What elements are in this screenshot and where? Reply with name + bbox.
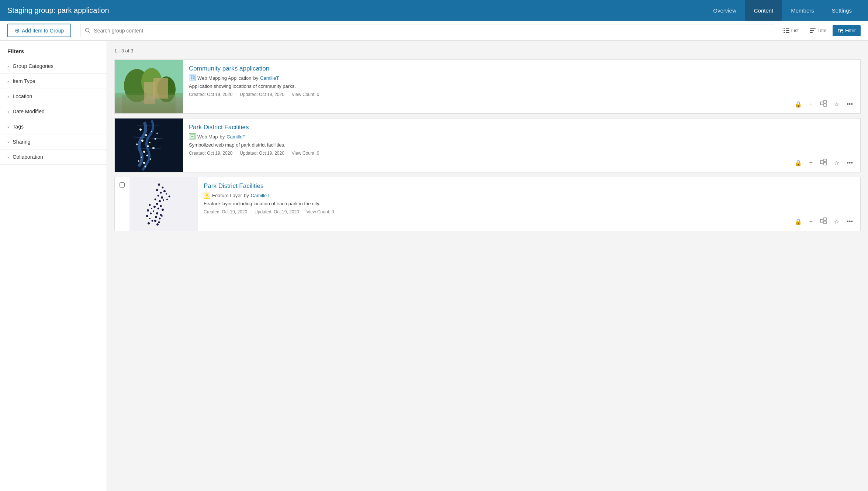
svg-point-89	[166, 193, 167, 195]
add-button-1[interactable]: +	[807, 99, 815, 109]
add-item-button[interactable]: ⊕ Add Item to Group	[7, 24, 71, 37]
svg-rect-5	[786, 30, 789, 31]
chevron-icon: ›	[7, 63, 9, 69]
item-title-1[interactable]: Community parks application	[189, 65, 854, 72]
main-layout: Filters › Group Categories › Item Type ›…	[0, 41, 868, 491]
nav-members[interactable]: Members	[782, 0, 823, 21]
filters-title: Filters	[0, 48, 107, 59]
svg-point-85	[146, 215, 148, 217]
svg-point-90	[169, 196, 170, 198]
filter-collaboration[interactable]: › Collaboration	[0, 150, 107, 165]
svg-point-36	[145, 134, 147, 136]
svg-rect-2	[784, 28, 785, 29]
svg-rect-33	[824, 104, 826, 106]
thumbnail-3	[129, 177, 198, 231]
lock-button-2[interactable]: 🔒	[792, 158, 804, 168]
filter-button[interactable]: Filter	[833, 25, 861, 36]
svg-point-80	[156, 223, 159, 226]
svg-point-79	[158, 222, 160, 223]
svg-point-93	[206, 194, 208, 196]
svg-point-35	[139, 128, 142, 131]
title-view-button[interactable]: Title	[805, 25, 831, 36]
svg-point-63	[161, 196, 163, 199]
filter-sharing[interactable]: › Sharing	[0, 134, 107, 150]
star-button-1[interactable]: ☆	[832, 99, 841, 109]
svg-point-60	[160, 192, 162, 194]
item-subtitle-3: Feature Layer by CamilleT	[204, 192, 854, 199]
share-button-2[interactable]	[818, 157, 829, 168]
title-icon	[810, 28, 816, 34]
filter-item-type[interactable]: › Item Type	[0, 74, 107, 89]
more-button-2[interactable]: •••	[844, 158, 855, 168]
svg-rect-14	[840, 30, 843, 31]
svg-rect-31	[820, 102, 823, 105]
star-button-3[interactable]: ☆	[832, 217, 841, 227]
svg-rect-8	[810, 28, 816, 29]
share-button-1[interactable]	[818, 99, 829, 110]
filter-tags[interactable]: › Tags	[0, 119, 107, 134]
checkbox-3[interactable]	[115, 177, 129, 231]
svg-rect-27	[191, 76, 192, 78]
item-info-3: Park District Facilities Feature Layer b…	[198, 177, 860, 231]
svg-point-84	[150, 213, 152, 214]
list-view-button[interactable]: List	[779, 25, 803, 36]
svg-point-44	[146, 155, 148, 157]
search-bar	[80, 24, 774, 37]
more-button-3[interactable]: •••	[844, 217, 855, 226]
svg-rect-12	[838, 29, 843, 30]
svg-rect-6	[784, 32, 785, 33]
svg-point-51	[145, 166, 146, 168]
lock-button-1[interactable]: 🔒	[792, 99, 804, 109]
svg-point-87	[152, 220, 153, 222]
item-actions-1: 🔒 + ☆ •••	[792, 99, 855, 110]
scatter-thumbnail	[129, 177, 198, 231]
thumbnail-2	[115, 119, 183, 172]
svg-point-45	[138, 160, 139, 162]
star-button-2[interactable]: ☆	[832, 158, 841, 168]
chevron-icon: ›	[7, 124, 9, 130]
svg-point-50	[150, 158, 151, 160]
svg-point-62	[158, 195, 159, 197]
search-input[interactable]	[94, 28, 769, 34]
svg-point-65	[159, 200, 161, 202]
svg-point-40	[151, 131, 152, 132]
map-thumbnail	[115, 119, 183, 172]
author-link-1[interactable]: CamilleT	[260, 75, 279, 81]
item-info-1: Community parks application Web Mapping …	[183, 60, 860, 113]
add-button-2[interactable]: +	[807, 158, 815, 168]
filter-location[interactable]: › Location	[0, 89, 107, 104]
svg-rect-26	[190, 76, 194, 80]
svg-rect-32	[824, 100, 826, 103]
lock-button-3[interactable]: 🔒	[792, 217, 804, 227]
item-subtitle-2: Web Map by CamilleT	[189, 133, 854, 140]
search-icon	[85, 28, 91, 34]
list-icon	[784, 28, 789, 34]
svg-rect-3	[786, 28, 789, 29]
sidebar: Filters › Group Categories › Item Type ›…	[0, 41, 107, 491]
item-description-1: Application showing locations of communi…	[189, 83, 854, 89]
svg-rect-29	[191, 78, 192, 79]
item-title-2[interactable]: Park District Facilities	[189, 124, 854, 131]
select-checkbox-3[interactable]	[120, 182, 125, 188]
svg-point-75	[155, 216, 157, 218]
svg-rect-94	[820, 219, 823, 222]
svg-point-73	[156, 212, 158, 214]
nav-overview[interactable]: Overview	[704, 0, 745, 21]
add-button-3[interactable]: +	[807, 217, 815, 226]
filter-group-categories[interactable]: › Group Categories	[0, 59, 107, 74]
item-title-3[interactable]: Park District Facilities	[204, 182, 854, 190]
park-thumbnail	[115, 60, 183, 113]
author-link-3[interactable]: CamilleT	[251, 193, 270, 198]
nav-settings[interactable]: Settings	[823, 0, 861, 21]
main-nav: Overview Content Members Settings	[704, 0, 861, 21]
chevron-icon: ›	[7, 94, 9, 99]
share-button-3[interactable]	[818, 216, 829, 227]
more-button-1[interactable]: •••	[844, 99, 855, 109]
author-link-2[interactable]: CamilleT	[226, 134, 245, 140]
svg-point-43	[152, 147, 155, 149]
chevron-icon: ›	[7, 154, 9, 160]
app-title: Staging group: park application	[7, 6, 704, 15]
nav-content[interactable]: Content	[745, 0, 782, 21]
filter-date-modified[interactable]: › Date Modified	[0, 104, 107, 119]
svg-rect-10	[810, 32, 813, 33]
